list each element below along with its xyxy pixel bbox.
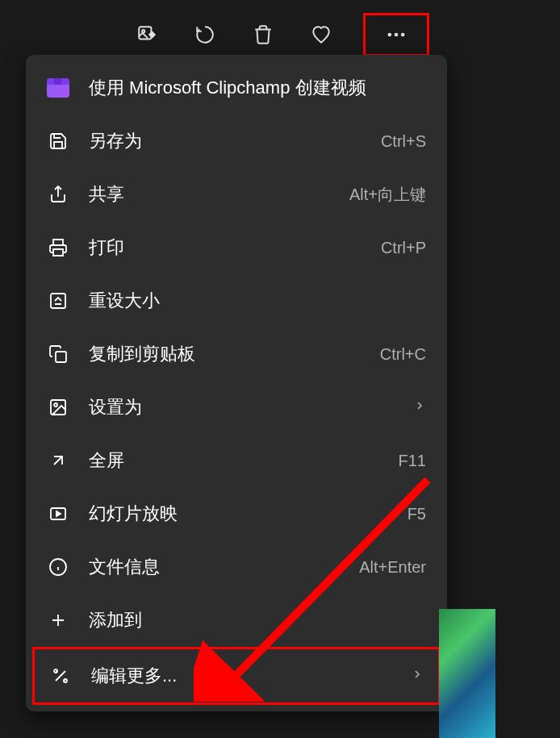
menu-label: 复制到剪贴板 (89, 342, 380, 366)
trash-icon (253, 24, 274, 45)
svg-point-2 (388, 33, 392, 37)
more-icon (385, 23, 407, 46)
svg-rect-6 (56, 352, 66, 362)
set-as-icon (47, 396, 69, 419)
rotate-icon (194, 24, 215, 45)
menu-label: 全屏 (89, 448, 399, 473)
resize-icon (47, 290, 69, 312)
menu-item-print[interactable]: 打印 Ctrl+P (26, 221, 447, 274)
chevron-right-icon (411, 668, 424, 685)
add-icon (47, 609, 69, 632)
slideshow-icon (47, 502, 69, 525)
menu-shortcut: Ctrl+S (381, 132, 426, 151)
menu-shortcut: F5 (407, 505, 426, 523)
save-icon (47, 130, 69, 152)
rotate-button[interactable] (189, 19, 221, 51)
more-button[interactable] (363, 13, 429, 56)
menu-shortcut: Ctrl+C (380, 345, 426, 364)
copy-icon (47, 343, 69, 365)
edit-image-icon (136, 24, 157, 45)
svg-point-3 (395, 33, 399, 37)
menu-label: 重设大小 (89, 289, 426, 313)
menu-label: 打印 (89, 236, 381, 260)
svg-rect-5 (51, 294, 65, 308)
svg-point-4 (401, 33, 405, 37)
menu-label: 添加到 (89, 608, 426, 632)
share-icon (47, 183, 69, 206)
menu-item-add-to[interactable]: 添加到 (26, 594, 447, 647)
svg-rect-0 (139, 27, 151, 39)
menu-item-file-info[interactable]: 文件信息 Alt+Enter (26, 540, 447, 594)
menu-item-copy[interactable]: 复制到剪贴板 Ctrl+C (26, 327, 447, 381)
print-icon (47, 236, 69, 259)
menu-item-slideshow[interactable]: 幻灯片放映 F5 (26, 487, 447, 540)
menu-label: 设置为 (89, 395, 413, 419)
menu-item-set-as[interactable]: 设置为 (26, 381, 447, 434)
menu-item-share[interactable]: 共享 Alt+向上键 (26, 168, 447, 221)
menu-shortcut: F11 (399, 452, 426, 470)
favorite-button[interactable] (305, 19, 337, 51)
edit-icon (49, 665, 72, 687)
menu-item-fullscreen[interactable]: 全屏 F11 (26, 434, 447, 487)
chevron-right-icon (413, 399, 426, 416)
fullscreen-icon (47, 449, 69, 472)
menu-shortcut: Alt+Enter (359, 558, 426, 577)
menu-label: 使用 Microsoft Clipchamp 创建视频 (89, 76, 426, 100)
svg-point-8 (54, 403, 57, 407)
info-icon (47, 556, 69, 578)
menu-label: 文件信息 (89, 555, 359, 579)
edit-image-button[interactable] (131, 19, 163, 51)
menu-item-clipchamp[interactable]: 使用 Microsoft Clipchamp 创建视频 (26, 61, 447, 115)
svg-point-11 (54, 669, 57, 673)
menu-item-edit-more[interactable]: 编辑更多... (32, 647, 441, 705)
svg-point-12 (64, 679, 67, 682)
menu-label: 另存为 (89, 129, 381, 153)
menu-shortcut: Alt+向上键 (349, 184, 426, 206)
menu-label: 共享 (89, 182, 349, 206)
menu-item-resize[interactable]: 重设大小 (26, 274, 447, 327)
menu-label: 编辑更多... (91, 664, 411, 688)
dropdown-menu: 使用 Microsoft Clipchamp 创建视频 另存为 Ctrl+S 共… (26, 55, 447, 711)
menu-item-save-as[interactable]: 另存为 Ctrl+S (26, 115, 447, 168)
heart-icon (311, 24, 332, 45)
delete-button[interactable] (247, 19, 279, 51)
image-thumbnail (439, 609, 495, 738)
clipchamp-icon (47, 77, 69, 99)
menu-shortcut: Ctrl+P (381, 239, 426, 257)
menu-label: 幻灯片放映 (89, 502, 407, 526)
